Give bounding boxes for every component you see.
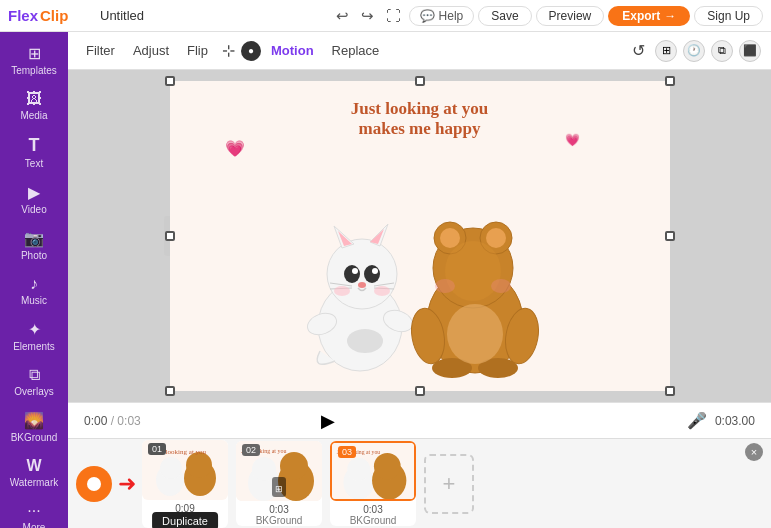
sidebar-item-video[interactable]: ▶ Video [4,177,64,221]
clip-item-3[interactable]: Just looking at you 03 0:03 BKGround [330,441,416,526]
sidebar-item-watermark[interactable]: W Watermark [4,451,64,494]
clip-item-2[interactable]: Just looking at you 02 ⊞ 0:03 BKGround [236,441,322,526]
svg-point-32 [435,279,455,293]
help-button[interactable]: 💬 Help [409,6,475,26]
grid-icon[interactable]: ⊞ [655,40,677,62]
handle-tl[interactable] [165,76,175,86]
motion-button[interactable]: Motion [263,39,322,62]
topbar-actions: ↩ ↪ ⛶ 💬 Help Save Preview Export → Sign … [332,5,763,27]
mic-icon[interactable]: 🎤 [687,411,707,430]
svg-point-6 [344,265,360,283]
duplicate-tooltip: Duplicate [152,512,218,529]
clip2-icon: ⊞ [275,484,283,494]
handle-bm[interactable] [415,386,425,396]
sidebar-item-text[interactable]: T Text [4,129,64,175]
elements-icon: ✦ [28,320,41,339]
svg-point-1 [327,239,397,309]
clip-frame-2: Just looking at you 02 ⊞ [236,441,322,501]
text-icon: T [29,135,40,156]
undo-button[interactable]: ↩ [332,5,353,27]
redo-button[interactable]: ↪ [357,5,378,27]
help-label: Help [439,9,464,23]
arrow-indicator: ➜ [118,471,136,497]
sidebar-item-elements[interactable]: ✦ Elements [4,314,64,358]
svg-point-33 [491,279,511,293]
handle-mr[interactable] [665,231,675,241]
arrow-right-icon: → [664,9,676,23]
clip-label-2: BKGround [256,515,303,526]
handle-bl[interactable] [165,386,175,396]
canvas-inner: Just looking at you makes me happy 💗 💗 [170,81,670,391]
handle-ml[interactable] [165,231,175,241]
add-clip-button[interactable]: + [424,454,474,514]
adjust-button[interactable]: Adjust [125,39,177,62]
toolbar-right: ↺ ⊞ 🕐 ⧉ ⬛ [628,37,761,64]
sidebar-label-photo: Photo [21,250,47,261]
sidebar-item-templates[interactable]: ⊞ Templates [4,38,64,82]
logo-clip: Clip [40,7,68,24]
svg-point-8 [352,268,358,274]
sidebar-label-text: Text [25,158,43,169]
handle-tm[interactable] [415,76,425,86]
preview-button[interactable]: Preview [536,6,605,26]
time-current: 0:00 / 0:03 [84,414,141,428]
sidebar-label-templates: Templates [11,65,57,76]
filter-button[interactable]: Filter [78,39,123,62]
canvas-area: › Just looking at you makes me happy 💗 💗 [68,70,771,402]
timeline-close-button[interactable]: × [745,443,763,461]
record-button[interactable] [76,466,112,502]
settings-icon[interactable]: ⬛ [739,40,761,62]
edit-area: Filter Adjust Flip ⊹ ● Motion Replace ↺ … [68,32,771,528]
export-label: Export [622,9,660,23]
handle-tr[interactable] [665,76,675,86]
svg-point-44 [280,452,308,480]
document-title: Untitled [100,8,144,23]
svg-point-25 [486,228,506,248]
signup-button[interactable]: Sign Up [694,6,763,26]
clip-item-1[interactable]: Just looking at you 01 0:09 ⊙ ⊞ Duplicat… [142,440,228,528]
refresh-icon[interactable]: ↺ [628,37,649,64]
handle-br[interactable] [665,386,675,396]
canvas-text-line1: Just looking at you [351,99,488,119]
sidebar-item-overlays[interactable]: ⧉ Overlays [4,360,64,403]
layers-icon[interactable]: ⧉ [711,40,733,62]
overlays-icon: ⧉ [29,366,40,384]
sidebar-label-bkground: BKGround [11,432,58,443]
sidebar-item-photo[interactable]: 📷 Photo [4,223,64,267]
sidebar-item-bkground[interactable]: 🌄 BKGround [4,405,64,449]
templates-icon: ⊞ [28,44,41,63]
svg-point-31 [447,304,503,364]
fullscreen-button[interactable]: ⛶ [382,5,405,26]
mask-icon[interactable]: ● [241,41,261,61]
history-icon[interactable]: 🕐 [683,40,705,62]
clip2-overlay: ⊞ [272,477,286,497]
topbar: FlexClip Untitled ↩ ↪ ⛶ 💬 Help Save Prev… [0,0,771,32]
svg-point-26 [445,241,501,301]
replace-button[interactable]: Replace [324,39,388,62]
export-button[interactable]: Export → [608,6,690,26]
sidebar-item-more[interactable]: ··· More [4,496,64,528]
canvas-text-line2: makes me happy [351,119,488,139]
title-area: Untitled [96,8,324,23]
scene: Just looking at you makes me happy 💗 💗 [170,81,670,391]
timeline: × ➜ Just lo [68,438,771,528]
svg-point-48 [347,458,370,481]
sidebar-label-video: Video [21,204,46,215]
clip-number-3: 03 [338,446,356,458]
sidebar-label-elements: Elements [13,341,55,352]
sidebar-item-music[interactable]: ♪ Music [4,269,64,312]
clip-duration-2: 0:03 [269,504,288,515]
music-icon: ♪ [30,275,38,293]
sidebar-item-media[interactable]: 🖼 Media [4,84,64,127]
media-icon: 🖼 [26,90,42,108]
logo-flex: Flex [8,7,38,24]
crop-icon[interactable]: ⊹ [218,37,239,64]
hearts-right: 💗 [565,133,580,147]
svg-point-16 [374,286,390,296]
play-button[interactable]: ▶ [321,410,335,432]
animals-illustration [280,181,560,381]
flip-button[interactable]: Flip [179,39,216,62]
save-button[interactable]: Save [478,6,531,26]
sidebar-label-media: Media [20,110,47,121]
record-dot [87,477,101,491]
